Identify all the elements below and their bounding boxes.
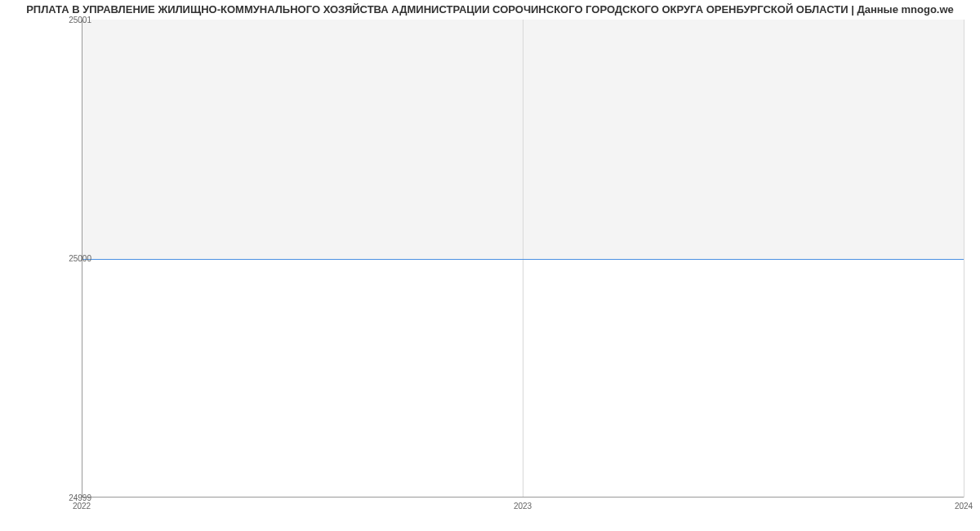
plot-area — [82, 20, 964, 498]
chart-area — [82, 20, 964, 498]
y-tick-label: 25001 — [42, 16, 91, 25]
x-axis — [82, 497, 964, 498]
chart-title: РПЛАТА В УПРАВЛЕНИЕ ЖИЛИЩНО-КОММУНАЛЬНОГ… — [0, 3, 980, 16]
data-series-line — [82, 259, 964, 260]
y-tick-label: 25000 — [42, 254, 91, 263]
y-tick-label: 24999 — [42, 493, 91, 502]
x-tick-label: 2023 — [514, 502, 532, 511]
x-tick-label: 2022 — [73, 502, 91, 511]
x-tick-label: 2024 — [955, 502, 973, 511]
gridline-vertical — [964, 20, 964, 498]
